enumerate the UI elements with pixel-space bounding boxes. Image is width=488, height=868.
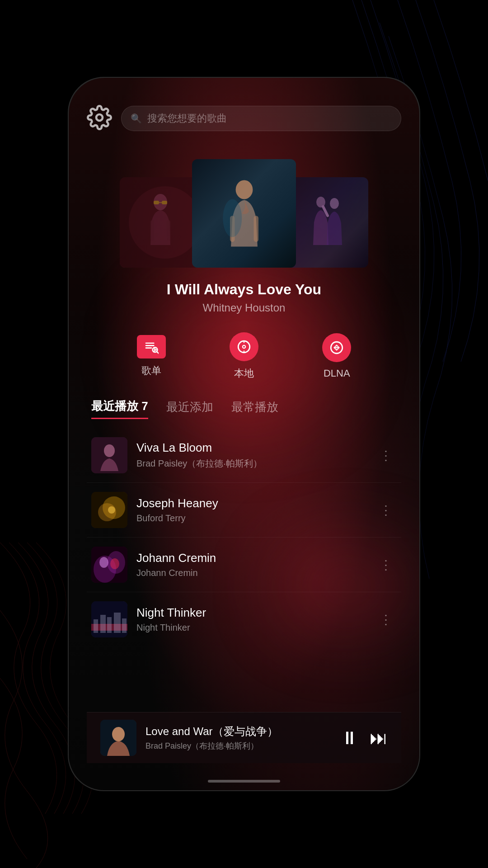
song-artist-3: Johann Cremin	[136, 568, 366, 578]
song-info-2: Joseph Heaney Buford Terry	[136, 496, 366, 524]
playlist-icon	[137, 335, 166, 359]
svg-rect-42	[100, 615, 106, 633]
song-info-3: Johann Cremin Johann Cremin	[136, 551, 366, 578]
dlna-label: DLNA	[324, 368, 350, 379]
song-menu-4[interactable]: ⋮	[375, 608, 397, 632]
np-title: Love and War（爱与战争）	[145, 724, 332, 739]
song-thumb-2	[91, 492, 127, 528]
svg-rect-5	[162, 201, 167, 204]
song-thumb-4	[91, 601, 127, 637]
pause-button[interactable]: ⏸	[341, 729, 359, 747]
nav-icons: 歌单 本地	[87, 332, 401, 380]
svg-rect-44	[114, 613, 121, 633]
home-indicator	[87, 772, 401, 790]
svg-rect-4	[154, 201, 159, 204]
album-card-center[interactable]	[192, 159, 296, 268]
np-thumbnail	[100, 720, 136, 756]
svg-rect-41	[94, 619, 98, 633]
svg-point-47	[112, 727, 125, 741]
tab-most-played[interactable]: 最常播放	[231, 399, 278, 419]
song-thumb-1	[91, 437, 127, 473]
now-playing-section: I Will Always Love You Whitney Houston	[87, 281, 401, 314]
song-artist-4: Night Thinker	[136, 623, 366, 633]
song-title-1: Viva La Bloom	[136, 441, 366, 455]
local-icon	[230, 332, 258, 361]
tab-bar: 最近播放 7 最近添加 最常播放	[87, 398, 401, 419]
svg-point-7	[235, 180, 253, 199]
nav-item-local[interactable]: 本地	[230, 332, 258, 380]
song-title-3: Johann Cremin	[136, 551, 366, 565]
search-bar[interactable]: 🔍 搜索您想要的歌曲	[121, 106, 401, 131]
phone-wrapper: 🔍 搜索您想要的歌曲	[68, 77, 420, 791]
album-art-figure-center	[192, 159, 296, 268]
svg-point-37	[99, 557, 108, 568]
song-title-4: Night Thinker	[136, 606, 366, 620]
song-list: Viva La Bloom Brad Paisley（布拉德·帕斯利） ⋮	[87, 428, 401, 712]
song-title-2: Joseph Heaney	[136, 496, 366, 510]
header: 🔍 搜索您想要的歌曲	[87, 105, 401, 132]
home-bar	[208, 780, 280, 783]
svg-point-29	[104, 444, 115, 457]
svg-point-12	[330, 198, 339, 209]
next-button[interactable]: ⏭	[370, 729, 388, 747]
phone-frame: 🔍 搜索您想要的歌曲	[68, 77, 420, 791]
album-art-figure-left	[120, 177, 201, 268]
song-item[interactable]: Joseph Heaney Buford Terry ⋮	[87, 483, 401, 538]
svg-rect-2	[150, 220, 154, 241]
svg-point-38	[110, 558, 119, 569]
svg-rect-3	[167, 220, 170, 241]
search-icon: 🔍	[131, 113, 142, 124]
song-item[interactable]: Johann Cremin Johann Cremin ⋮	[87, 538, 401, 592]
tab-recent-add[interactable]: 最近添加	[166, 399, 213, 419]
song-thumb-3	[91, 547, 127, 583]
album-card-left[interactable]	[120, 177, 201, 268]
song-info-4: Night Thinker Night Thinker	[136, 606, 366, 633]
local-label: 本地	[234, 367, 254, 380]
svg-rect-45	[122, 618, 127, 633]
svg-point-10	[223, 199, 242, 237]
now-playing-title: I Will Always Love You	[87, 281, 401, 298]
now-playing-bar[interactable]: Love and War（爱与战争） Brad Paisley（布拉德·帕斯利）…	[87, 712, 401, 763]
nav-item-playlist[interactable]: 歌单	[137, 335, 166, 377]
svg-point-33	[108, 506, 115, 514]
song-menu-3[interactable]: ⋮	[375, 553, 397, 577]
svg-point-22	[243, 346, 245, 348]
song-item[interactable]: Viva La Bloom Brad Paisley（布拉德·帕斯利） ⋮	[87, 428, 401, 483]
album-art-figure-right	[287, 177, 368, 268]
song-menu-2[interactable]: ⋮	[375, 498, 397, 522]
svg-rect-43	[107, 617, 112, 633]
svg-rect-9	[253, 216, 258, 242]
app-content: 🔍 搜索您想要的歌曲	[69, 78, 419, 790]
song-info-1: Viva La Bloom Brad Paisley（布拉德·帕斯利）	[136, 441, 366, 470]
svg-line-18	[157, 352, 158, 353]
svg-point-0	[96, 114, 103, 121]
tab-recent[interactable]: 最近播放 7	[91, 398, 148, 419]
song-artist-2: Buford Terry	[136, 513, 366, 524]
settings-button[interactable]	[87, 105, 112, 132]
np-artist: Brad Paisley（布拉德·帕斯利）	[145, 741, 332, 751]
np-controls: ⏸ ⏭	[341, 729, 388, 747]
playlist-label: 歌单	[141, 364, 161, 377]
song-menu-1[interactable]: ⋮	[375, 443, 397, 467]
album-carousel	[87, 150, 401, 268]
search-placeholder: 搜索您想要的歌曲	[147, 112, 227, 125]
song-artist-1: Brad Paisley（布拉德·帕斯利）	[136, 458, 366, 470]
song-item[interactable]: Night Thinker Night Thinker ⋮	[87, 592, 401, 646]
dlna-icon	[322, 333, 351, 362]
phone-content: 🔍 搜索您想要的歌曲	[69, 78, 419, 790]
nav-item-dlna[interactable]: DLNA	[322, 333, 351, 379]
now-playing-artist: Whitney Houston	[87, 302, 401, 314]
np-info: Love and War（爱与战争） Brad Paisley（布拉德·帕斯利）	[145, 724, 332, 751]
album-card-right[interactable]	[287, 177, 368, 268]
